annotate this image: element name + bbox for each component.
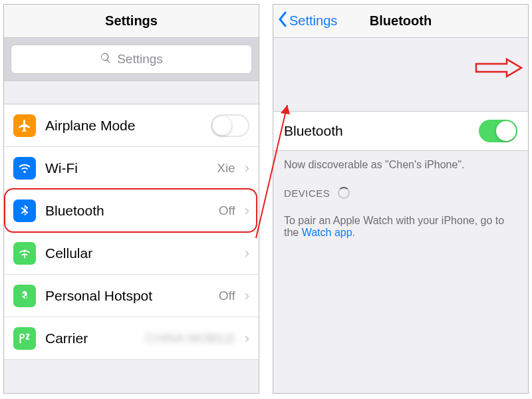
search-input[interactable]: Settings	[11, 45, 252, 74]
row-cellular[interactable]: Cellular ›	[4, 232, 259, 275]
section-gap	[4, 81, 259, 104]
settings-list: Airplane Mode Wi-Fi Xie › Bluetooth Off …	[4, 104, 259, 360]
back-label: Settings	[289, 13, 337, 29]
devices-section-header: DEVICES	[273, 179, 528, 207]
row-value: Xie	[217, 161, 235, 176]
bluetooth-header: Settings Bluetooth	[273, 5, 528, 38]
cellular-icon	[13, 242, 36, 265]
row-label: Wi-Fi	[45, 160, 207, 176]
row-carrier[interactable]: Carrier CHINA MOBILE ›	[4, 317, 259, 360]
row-label: Personal Hotspot	[45, 288, 209, 304]
back-button[interactable]: Settings	[277, 5, 337, 37]
bluetooth-panel: Settings Bluetooth Bluetooth Now discove…	[273, 4, 529, 394]
airplane-toggle[interactable]	[211, 114, 249, 137]
chevron-right-icon: ›	[245, 160, 249, 177]
row-label: Airplane Mode	[45, 118, 201, 134]
hotspot-icon	[13, 285, 36, 307]
search-placeholder: Settings	[117, 52, 163, 66]
bluetooth-icon	[13, 200, 36, 222]
row-bluetooth[interactable]: Bluetooth Off ›	[4, 190, 259, 232]
settings-header: Settings	[4, 5, 259, 38]
settings-panel: Settings Settings Airplane Mode Wi-Fi Xi…	[3, 4, 259, 394]
row-label: Bluetooth	[45, 203, 209, 219]
chevron-right-icon: ›	[245, 245, 249, 262]
chevron-left-icon	[277, 11, 288, 31]
devices-title-label: DEVICES	[284, 188, 330, 199]
search-bar-container: Settings	[4, 38, 259, 81]
row-label: Cellular	[45, 245, 235, 261]
bluetooth-toggle[interactable]	[479, 120, 517, 142]
spinner-icon	[338, 187, 350, 199]
discoverable-text: Now discoverable as "Chen's iPhone".	[273, 151, 528, 179]
carrier-icon	[13, 327, 36, 350]
row-value: Off	[219, 289, 235, 303]
section-gap	[273, 38, 528, 111]
airplane-icon	[13, 114, 36, 137]
bluetooth-toggle-row: Bluetooth	[273, 111, 528, 151]
bluetooth-title: Bluetooth	[370, 13, 432, 29]
row-value: Off	[219, 203, 235, 218]
row-label: Carrier	[45, 331, 136, 346]
pairing-note: To pair an Apple Watch with your iPhone,…	[273, 207, 528, 247]
row-wifi[interactable]: Wi-Fi Xie ›	[4, 147, 259, 190]
toggle-label: Bluetooth	[284, 123, 343, 139]
pairing-text-b: .	[352, 227, 355, 238]
chevron-right-icon: ›	[245, 287, 249, 305]
wifi-icon	[13, 157, 36, 180]
row-airplane-mode[interactable]: Airplane Mode	[4, 104, 259, 147]
search-icon	[100, 52, 112, 67]
row-value: CHINA MOBILE	[146, 331, 235, 346]
watch-app-link[interactable]: Watch app	[302, 227, 352, 238]
chevron-right-icon: ›	[245, 202, 249, 219]
chevron-right-icon: ›	[245, 330, 249, 347]
row-personal-hotspot[interactable]: Personal Hotspot Off ›	[4, 275, 259, 317]
settings-title: Settings	[105, 13, 158, 29]
